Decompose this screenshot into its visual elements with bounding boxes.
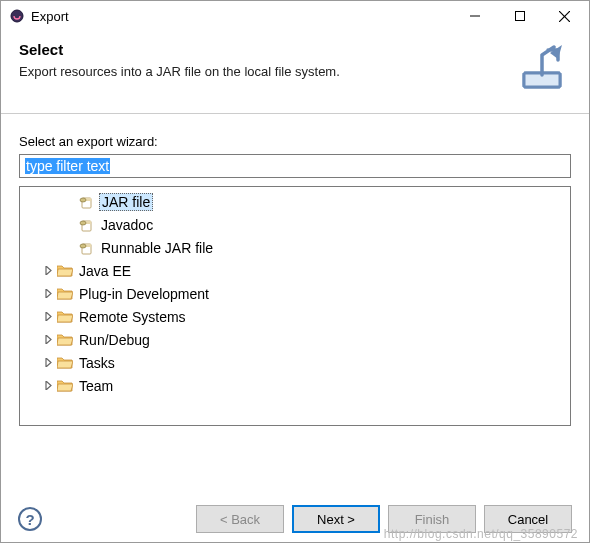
tree-item-label: JAR file xyxy=(99,193,153,211)
content-area: Select an export wizard: type filter tex… xyxy=(1,114,589,436)
wizard-label: Select an export wizard: xyxy=(19,134,571,149)
tree-item-label: Runnable JAR file xyxy=(99,240,215,256)
titlebar: Export xyxy=(1,1,589,31)
folder-icon xyxy=(56,378,74,394)
next-button[interactable]: Next > xyxy=(292,505,380,533)
back-button[interactable]: < Back xyxy=(196,505,284,533)
cancel-button[interactable]: Cancel xyxy=(484,505,572,533)
finish-button[interactable]: Finish xyxy=(388,505,476,533)
minimize-button[interactable] xyxy=(452,2,497,30)
svg-point-14 xyxy=(80,198,86,202)
folder-icon xyxy=(56,286,74,302)
tree-viewport[interactable]: JAR fileJavadocRunnable JAR fileJava EEP… xyxy=(20,187,570,425)
page-subtitle: Export resources into a JAR file on the … xyxy=(19,64,515,79)
filter-input[interactable]: type filter text xyxy=(19,154,571,178)
tree-item-label: Run/Debug xyxy=(77,332,152,348)
expander-icon[interactable] xyxy=(40,286,56,302)
tree-item[interactable]: Plug-in Development xyxy=(20,282,570,305)
tree-item[interactable]: Run/Debug xyxy=(20,328,570,351)
expander-icon[interactable] xyxy=(40,332,56,348)
tree-item[interactable]: Tasks xyxy=(20,351,570,374)
window-title: Export xyxy=(31,9,452,24)
expander-icon[interactable] xyxy=(40,309,56,325)
maximize-button[interactable] xyxy=(497,2,542,30)
expander-empty xyxy=(62,217,78,233)
jar-file-icon xyxy=(78,194,96,210)
folder-icon xyxy=(56,309,74,325)
export-icon xyxy=(515,41,571,97)
svg-point-17 xyxy=(80,221,86,225)
page-title: Select xyxy=(19,41,515,58)
tree-item-label: Remote Systems xyxy=(77,309,188,325)
wizard-tree: JAR fileJavadocRunnable JAR fileJava EEP… xyxy=(19,186,571,426)
tree-item[interactable]: JAR file xyxy=(20,190,570,213)
expander-empty xyxy=(62,240,78,256)
help-button[interactable]: ? xyxy=(18,507,42,531)
tree-item[interactable]: Javadoc xyxy=(20,213,570,236)
expander-icon[interactable] xyxy=(40,263,56,279)
svg-rect-2 xyxy=(515,12,524,21)
folder-icon xyxy=(56,355,74,371)
expander-empty xyxy=(62,194,78,210)
tree-item-label: Tasks xyxy=(77,355,117,371)
svg-point-20 xyxy=(80,244,86,248)
tree-item[interactable]: Java EE xyxy=(20,259,570,282)
close-button[interactable] xyxy=(542,2,587,30)
svg-point-0 xyxy=(11,10,23,22)
folder-icon xyxy=(56,263,74,279)
tree-item-label: Plug-in Development xyxy=(77,286,211,302)
expander-icon[interactable] xyxy=(40,378,56,394)
header-banner: Select Export resources into a JAR file … xyxy=(1,31,589,114)
tree-item-label: Java EE xyxy=(77,263,133,279)
jar-file-icon xyxy=(78,240,96,256)
jar-file-icon xyxy=(78,217,96,233)
folder-icon xyxy=(56,332,74,348)
tree-item-label: Javadoc xyxy=(99,217,155,233)
tree-item[interactable]: Team xyxy=(20,374,570,397)
app-icon xyxy=(9,8,25,24)
tree-item-label: Team xyxy=(77,378,115,394)
tree-item[interactable]: Remote Systems xyxy=(20,305,570,328)
expander-icon[interactable] xyxy=(40,355,56,371)
tree-item[interactable]: Runnable JAR file xyxy=(20,236,570,259)
button-bar: ? < Back Next > Finish Cancel xyxy=(0,505,590,533)
